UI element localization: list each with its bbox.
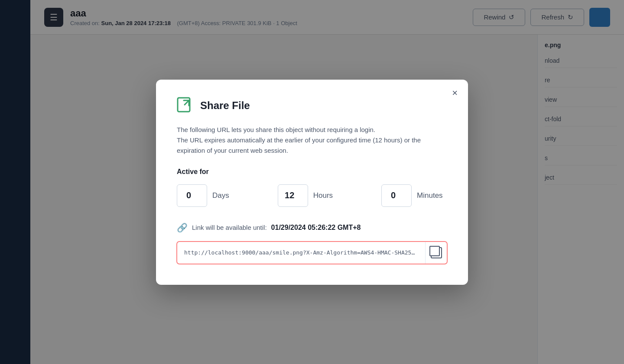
time-inputs: Days Hours Minutes [177, 184, 447, 207]
hours-label: Hours [313, 191, 333, 200]
link-section: 🔗 Link will be available until: 01/29/20… [177, 222, 447, 233]
days-group: Days [177, 184, 229, 207]
modal-header: Share File [177, 97, 447, 114]
modal-title: Share File [200, 100, 250, 112]
share-icon [177, 97, 194, 114]
minutes-group: Minutes [381, 184, 443, 207]
modal-overlay: × Share File The following URL lets you … [0, 0, 624, 364]
minutes-input[interactable] [381, 184, 412, 207]
description-line2: The URL expires automatically at the ear… [177, 136, 421, 154]
link-date: 01/29/2024 05:26:22 GMT+8 [271, 224, 361, 232]
days-input[interactable] [177, 184, 207, 207]
share-file-modal: × Share File The following URL lets you … [156, 80, 468, 285]
modal-close-button[interactable]: × [452, 88, 458, 98]
copy-url-button[interactable] [425, 242, 447, 264]
copy-icon [431, 247, 442, 258]
modal-description: The following URL lets you share this ob… [177, 125, 447, 156]
minutes-label: Minutes [417, 191, 443, 200]
url-container: http://localhost:9000/aaa/smile.png?X-Am… [177, 242, 447, 264]
days-label: Days [212, 191, 229, 200]
active-for-label: Active for [177, 168, 447, 176]
hours-input[interactable] [278, 184, 308, 207]
link-available-text: Link will be available until: [192, 224, 267, 231]
url-text: http://localhost:9000/aaa/smile.png?X-Am… [177, 243, 425, 262]
hours-group: Hours [278, 184, 333, 207]
description-line1: The following URL lets you share this ob… [177, 126, 375, 133]
link-icon: 🔗 [177, 222, 188, 233]
